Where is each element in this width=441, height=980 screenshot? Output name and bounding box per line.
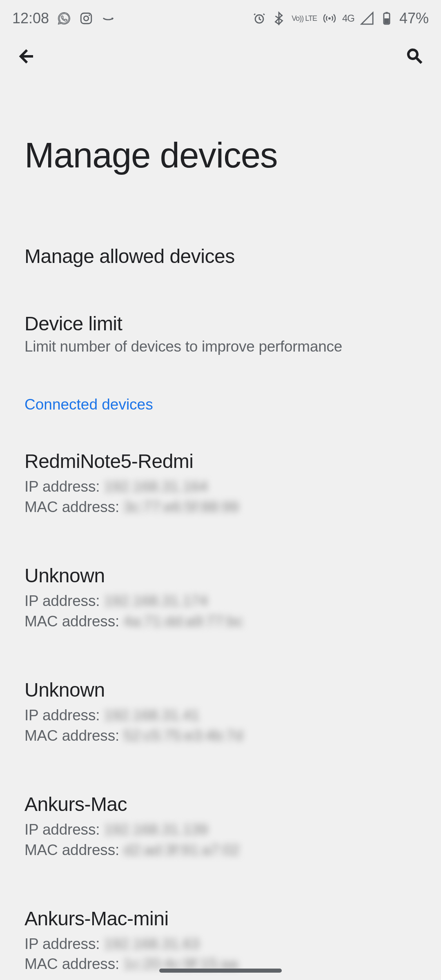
device-name: RedmiNote5-Redmi: [24, 450, 416, 472]
status-left: 12:08: [12, 10, 115, 27]
device-item[interactable]: Ankurs-Mac-miniIP address: 192.168.31.63…: [24, 907, 416, 975]
device-ip: IP address: 192.168.31.164: [24, 477, 416, 497]
manage-allowed-item[interactable]: Manage allowed devices: [24, 245, 416, 267]
svg-point-1: [84, 16, 88, 20]
svg-rect-7: [384, 18, 389, 24]
manage-allowed-title: Manage allowed devices: [24, 245, 416, 267]
device-item[interactable]: UnknownIP address: 192.168.31.174MAC add…: [24, 564, 416, 632]
app-bar: [0, 33, 441, 82]
instagram-icon: [79, 11, 93, 25]
device-ip: IP address: 192.168.31.139: [24, 820, 416, 840]
device-item[interactable]: UnknownIP address: 192.168.31.41MAC addr…: [24, 679, 416, 746]
svg-point-4: [328, 17, 331, 20]
alarm-icon: [252, 11, 266, 25]
battery-percent: 47%: [399, 10, 429, 27]
amazon-icon: [101, 11, 115, 25]
device-limit-subtitle: Limit number of devices to improve perfo…: [24, 338, 416, 355]
search-button[interactable]: [405, 47, 425, 68]
status-time: 12:08: [12, 10, 49, 27]
device-list: RedmiNote5-RedmiIP address: 192.168.31.1…: [24, 450, 416, 974]
whatsapp-icon: [57, 11, 71, 25]
connected-devices-header: Connected devices: [24, 396, 416, 413]
back-button[interactable]: [16, 47, 36, 68]
device-name: Unknown: [24, 564, 416, 587]
bluetooth-icon: [272, 11, 286, 25]
volte-icon: Vo)) LTE: [292, 15, 317, 22]
page-title: Manage devices: [24, 135, 416, 176]
gesture-bar[interactable]: [159, 969, 282, 973]
device-item[interactable]: Ankurs-MacIP address: 192.168.31.139MAC …: [24, 793, 416, 860]
hotspot-icon: [323, 11, 336, 25]
device-ip: IP address: 192.168.31.41: [24, 705, 416, 726]
svg-rect-6: [385, 12, 388, 13]
device-name: Ankurs-Mac: [24, 793, 416, 815]
device-ip: IP address: 192.168.31.63: [24, 934, 416, 954]
signal-icon: [360, 11, 374, 25]
device-mac: MAC address: 4a:71:dd:a9:77:bc: [24, 611, 416, 632]
device-mac: MAC address: d2:ad:3f:91:a7:02: [24, 840, 416, 860]
network-type: 4G: [342, 13, 354, 24]
device-item[interactable]: RedmiNote5-RedmiIP address: 192.168.31.1…: [24, 450, 416, 517]
device-mac: MAC address: 3c:77:e6:5f:88:99: [24, 497, 416, 517]
content: Manage devices Manage allowed devices De…: [0, 135, 441, 974]
device-mac: MAC address: 52:c5:75:e3:4b:7d: [24, 726, 416, 746]
svg-point-2: [89, 15, 90, 16]
device-limit-title: Device limit: [24, 312, 416, 335]
device-name: Ankurs-Mac-mini: [24, 907, 416, 930]
battery-icon: [380, 11, 394, 25]
device-name: Unknown: [24, 679, 416, 701]
status-right: Vo)) LTE 4G 47%: [252, 10, 429, 27]
device-ip: IP address: 192.168.31.174: [24, 591, 416, 611]
device-limit-item[interactable]: Device limit Limit number of devices to …: [24, 312, 416, 355]
status-bar: 12:08 Vo)) LTE 4G 47%: [0, 0, 441, 33]
